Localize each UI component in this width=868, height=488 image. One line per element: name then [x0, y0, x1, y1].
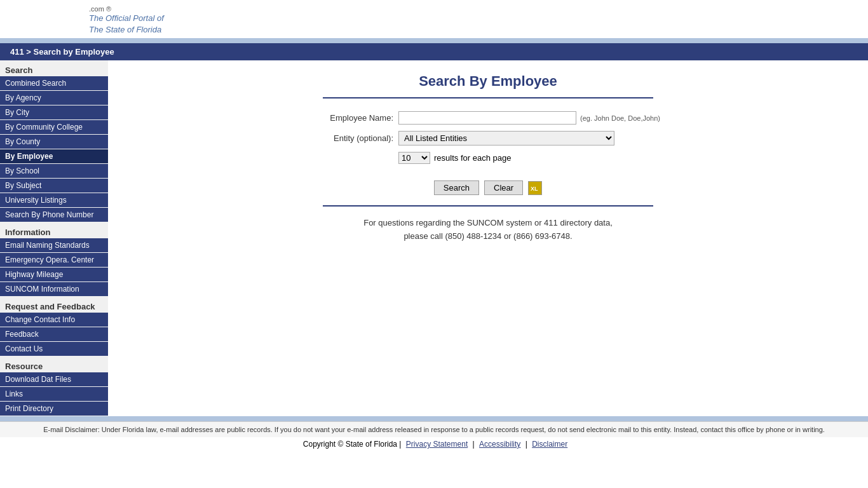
employee-name-hint: (eg. John Doe, Doe,John) — [580, 114, 660, 122]
entity-label: Entity (optional): — [316, 133, 398, 143]
results-per-page-row: 10 25 50 100 results for each page — [316, 152, 660, 164]
sidebar: Search Combined Search By Agency By City… — [0, 60, 108, 416]
button-row: Search Clear XL — [133, 180, 843, 195]
sidebar-section-information: Information — [0, 225, 108, 238]
sidebar-item-links[interactable]: Links — [0, 387, 108, 401]
sidebar-item-by-school[interactable]: By School — [0, 164, 108, 178]
footer-disclaimer-link[interactable]: Disclaimer — [532, 440, 567, 449]
sidebar-item-combined-search[interactable]: Combined Search — [0, 76, 108, 90]
sidebar-item-by-community-college[interactable]: By Community College — [0, 120, 108, 134]
sidebar-item-by-agency[interactable]: By Agency — [0, 91, 108, 105]
sidebar-item-download-dat[interactable]: Download Dat Files — [0, 372, 108, 386]
search-form-table: Employee Name: (eg. John Doe, Doe,John) … — [316, 111, 660, 170]
page-title: Search By Employee — [133, 73, 843, 90]
clear-button[interactable]: Clear — [484, 180, 523, 195]
page-header: .com ® The Official Portal of The State … — [0, 0, 868, 38]
top-divider — [323, 97, 653, 98]
sidebar-item-suncom-info[interactable]: SUNCOM Information — [0, 282, 108, 296]
contact-info: For questions regarding the SUNCOM syste… — [133, 217, 843, 243]
footer-copyright: Copyright © State of Florida | — [303, 440, 402, 449]
svg-text:XL: XL — [531, 186, 538, 192]
excel-icon[interactable]: XL — [528, 181, 542, 195]
sidebar-item-change-contact[interactable]: Change Contact Info — [0, 313, 108, 327]
contact-line2: please call (850) 488-1234 or (866) 693-… — [403, 231, 572, 241]
footer-accessibility-link[interactable]: Accessibility — [479, 440, 520, 449]
results-per-page-select[interactable]: 10 25 50 100 — [398, 152, 430, 164]
sidebar-section-resource: Resource — [0, 359, 108, 372]
sidebar-item-university-listings[interactable]: University Listings — [0, 193, 108, 207]
entity-select[interactable]: All Listed Entities State Agency County … — [398, 131, 614, 146]
contact-line1: For questions regarding the SUNCOM syste… — [363, 218, 613, 227]
footer-disclaimer-text: E-mail Disclaimer: Under Florida law, e-… — [13, 426, 855, 433]
sidebar-item-emergency-opera[interactable]: Emergency Opera. Center — [0, 253, 108, 267]
footer-top-bar — [0, 416, 868, 421]
sidebar-item-feedback[interactable]: Feedback — [0, 327, 108, 341]
results-per-page-label: results for each page — [434, 153, 511, 163]
bottom-divider — [323, 205, 653, 207]
com-text: .com ® — [89, 5, 868, 13]
footer-separator2: | — [526, 440, 529, 449]
sidebar-item-by-county[interactable]: By County — [0, 135, 108, 149]
main-content: Search By Employee Employee Name: (eg. J… — [108, 60, 868, 416]
search-button[interactable]: Search — [434, 180, 479, 195]
search-form-area: Employee Name: (eg. John Doe, Doe,John) … — [133, 111, 843, 170]
entity-row: Entity (optional): All Listed Entities S… — [316, 131, 660, 146]
sidebar-item-by-subject[interactable]: By Subject — [0, 179, 108, 193]
employee-name-input[interactable] — [398, 111, 576, 125]
portal-text: The Official Portal of The State of Flor… — [89, 13, 868, 36]
sidebar-section-search: Search — [0, 63, 108, 76]
sidebar-item-print-directory[interactable]: Print Directory — [0, 402, 108, 416]
sidebar-item-email-naming[interactable]: Email Naming Standards — [0, 238, 108, 252]
footer-privacy-link[interactable]: Privacy Statement — [406, 440, 468, 449]
sidebar-item-search-by-phone[interactable]: Search By Phone Number — [0, 208, 108, 222]
main-layout: Search Combined Search By Agency By City… — [0, 60, 868, 416]
sidebar-section-request: Request and Feedback — [0, 299, 108, 313]
sidebar-item-highway-mileage[interactable]: Highway Mileage — [0, 268, 108, 281]
employee-name-label: Employee Name: — [316, 113, 398, 123]
sidebar-item-by-city[interactable]: By City — [0, 105, 108, 119]
blue-bar — [0, 38, 868, 43]
breadcrumb: 411 > Search by Employee — [0, 43, 868, 60]
sidebar-item-by-employee[interactable]: By Employee — [0, 149, 108, 163]
footer-links: Copyright © State of Florida | Privacy S… — [0, 437, 868, 451]
footer-disclaimer: E-mail Disclaimer: Under Florida law, e-… — [0, 421, 868, 437]
employee-name-row: Employee Name: (eg. John Doe, Doe,John) — [316, 111, 660, 125]
footer-separator1: | — [473, 440, 477, 449]
sidebar-item-contact-us[interactable]: Contact Us — [0, 342, 108, 356]
